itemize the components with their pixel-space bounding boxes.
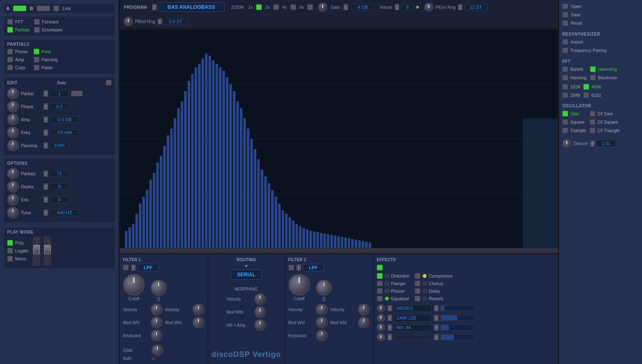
- gain-effects-spin[interactable]: ▲ ▼: [388, 315, 392, 321]
- filter2-enable[interactable]: [288, 265, 294, 270]
- voices-spin[interactable]: ▲ ▼: [395, 4, 399, 10]
- zoom-4x[interactable]: 4x: [281, 5, 288, 10]
- fft4096-checkbox[interactable]: [583, 84, 589, 90]
- copy-checkbox[interactable]: [7, 65, 13, 70]
- freq-knob[interactable]: [7, 127, 19, 138]
- gain-spin[interactable]: ▲ ▼: [344, 4, 348, 10]
- extra-spin[interactable]: ▲ ▼: [388, 334, 392, 340]
- formant-checkbox[interactable]: [34, 19, 40, 25]
- link-checkbox[interactable]: [53, 5, 59, 11]
- zoom-1x-btn[interactable]: [256, 4, 262, 10]
- tune-spin[interactable]: ▲ ▼: [44, 210, 48, 216]
- auto-led[interactable]: [151, 357, 155, 360]
- chorus-checkbox[interactable]: [415, 281, 420, 286]
- filter2-cutoff-knob[interactable]: [288, 274, 310, 296]
- filter2-spin[interactable]: ▲ ▼: [297, 265, 301, 270]
- phaser-checkbox[interactable]: [377, 288, 383, 294]
- amp-checkbox[interactable]: [7, 57, 13, 62]
- fft1024-checkbox[interactable]: [562, 84, 568, 90]
- dephs-knob[interactable]: [7, 181, 19, 192]
- slider-track-1[interactable]: [33, 237, 40, 266]
- partials-checkbox[interactable]: [7, 27, 13, 33]
- filter1-spin[interactable]: ▲ ▼: [131, 265, 136, 270]
- flanger-checkbox[interactable]: [377, 281, 383, 286]
- import-btn[interactable]: Import: [562, 39, 639, 45]
- ens-knob[interactable]: [7, 194, 19, 205]
- effects-power[interactable]: [377, 265, 383, 270]
- filter2-mod-knob1[interactable]: [316, 317, 328, 328]
- mix-spin[interactable]: ▲ ▼: [388, 325, 392, 330]
- paste-checkbox[interactable]: [34, 65, 39, 70]
- poly-checkbox[interactable]: [7, 240, 13, 246]
- zoom-2x-btn[interactable]: [273, 4, 279, 10]
- partial-knob[interactable]: [7, 88, 19, 99]
- routing-mode[interactable]: SERIAL: [231, 270, 262, 280]
- hamming-checkbox[interactable]: [590, 66, 596, 72]
- triangle-checkbox[interactable]: [562, 127, 568, 133]
- filter1-type[interactable]: LPF: [138, 264, 159, 271]
- square-checkbox[interactable]: [562, 119, 568, 125]
- ens-down[interactable]: ▼: [44, 200, 48, 203]
- dephs-up[interactable]: ▲: [44, 184, 48, 187]
- ens-spin[interactable]: ▲ ▼: [44, 197, 48, 203]
- saw-checkbox[interactable]: [562, 111, 568, 117]
- open-checkbox[interactable]: [562, 3, 568, 9]
- panning-up[interactable]: ▲: [44, 143, 48, 146]
- partials-opt-spin[interactable]: ▲ ▼: [44, 171, 48, 177]
- panning-knob[interactable]: [7, 140, 19, 151]
- barlett-checkbox[interactable]: [562, 66, 568, 72]
- ab-b-button[interactable]: [37, 5, 50, 11]
- tune-down[interactable]: ▼: [44, 213, 48, 216]
- zoom-1x[interactable]: 1x: [247, 5, 254, 10]
- reverb-checkbox[interactable]: [415, 296, 420, 302]
- partials-opt-up[interactable]: ▲: [44, 171, 48, 174]
- drive-bar[interactable]: [441, 305, 474, 311]
- detune-knob[interactable]: [562, 139, 572, 148]
- distortion-checkbox[interactable]: [377, 273, 383, 279]
- filter2-type[interactable]: LPF: [303, 264, 324, 271]
- phase-down[interactable]: ▼: [44, 107, 48, 109]
- filter1-mod-knob2[interactable]: [193, 317, 204, 328]
- dephs-down[interactable]: ▼: [44, 187, 48, 190]
- dephs-spin[interactable]: ▲ ▼: [44, 184, 48, 190]
- delay-checkbox[interactable]: [415, 288, 420, 294]
- filter1-cutoff-knob[interactable]: [123, 274, 145, 296]
- panning-down[interactable]: ▼: [44, 146, 48, 148]
- mono-checkbox[interactable]: [7, 256, 13, 262]
- amp-spin[interactable]: ▲ ▼: [44, 117, 48, 122]
- panning-spin[interactable]: ▲ ▼: [44, 143, 48, 148]
- amp-down[interactable]: ▼: [44, 120, 48, 122]
- filter1-vel-knob1[interactable]: [151, 304, 162, 315]
- filter2-q-knob[interactable]: [316, 280, 332, 296]
- pbnd-spin[interactable]: ▲ ▼: [158, 18, 162, 24]
- reset-btn[interactable]: Reset: [562, 20, 639, 26]
- gain-effects-knob[interactable]: [377, 314, 385, 322]
- ab-a-button[interactable]: [13, 5, 26, 11]
- phase-checkbox[interactable]: [7, 49, 13, 55]
- extra-spin2[interactable]: ▲ ▼: [434, 334, 438, 340]
- zoom-2x[interactable]: 2x: [264, 5, 271, 10]
- program-spin[interactable]: ▲ ▼: [152, 4, 157, 10]
- envelopes-checkbox[interactable]: [34, 27, 40, 33]
- square2x-checkbox[interactable]: [590, 119, 595, 125]
- routing-mod-knob[interactable]: [254, 306, 266, 318]
- saw2x-checkbox[interactable]: [590, 111, 595, 117]
- open-btn[interactable]: Open: [562, 3, 639, 9]
- mix-bar[interactable]: [441, 325, 474, 330]
- reset-checkbox[interactable]: [562, 20, 568, 26]
- freq-checkbox[interactable]: [34, 49, 39, 55]
- phase-up[interactable]: ▲: [44, 104, 48, 107]
- partial-spin[interactable]: ▲ ▼: [44, 91, 48, 96]
- drive-spin2[interactable]: ▲ ▼: [434, 305, 438, 311]
- freq-down[interactable]: ▼: [44, 133, 48, 135]
- penv-knob[interactable]: [424, 3, 433, 12]
- partial-down[interactable]: ▼: [44, 94, 48, 96]
- blackman-checkbox[interactable]: [590, 75, 596, 81]
- zoom-8x-btn[interactable]: [307, 4, 313, 10]
- filter2-vel-knob2[interactable]: [358, 304, 370, 315]
- import-checkbox[interactable]: [562, 39, 568, 45]
- panning-checkbox[interactable]: [34, 57, 39, 62]
- solo-checkbox[interactable]: [106, 80, 112, 86]
- spectrum-scrollbar[interactable]: [120, 248, 558, 253]
- penv-spin[interactable]: ▲ ▼: [458, 4, 462, 10]
